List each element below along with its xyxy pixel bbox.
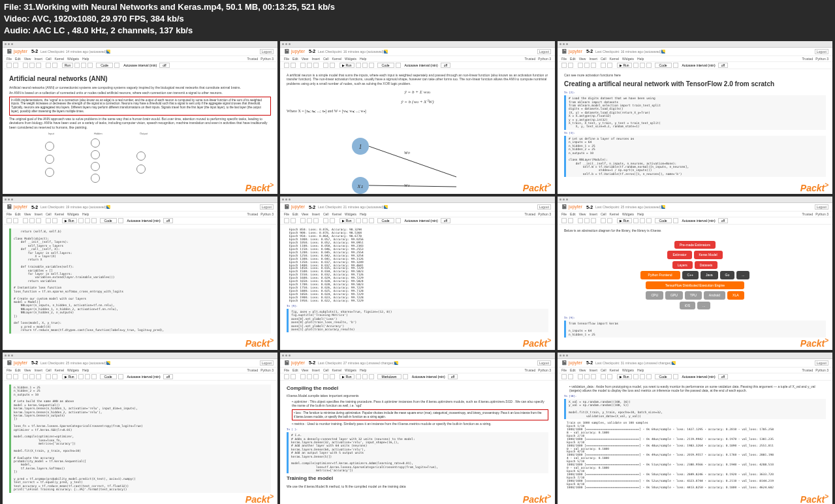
cell-type-select[interactable]: Code [100, 218, 117, 223]
menu-kernel[interactable]: Kernel [55, 212, 64, 216]
copy-button[interactable] [307, 63, 312, 68]
menu-view[interactable]: View [302, 57, 309, 61]
menu-edit[interactable]: Edit [15, 212, 21, 216]
menu-cell[interactable]: Cell [323, 212, 329, 216]
run-button[interactable]: Run [62, 63, 73, 68]
command-palette-button[interactable] [673, 218, 678, 223]
menu-view[interactable]: View [24, 57, 31, 61]
thumbnail-9[interactable]: 📓 jupyter 5-2 Last Checkpoint: 31 minute… [558, 353, 832, 504]
menu-view[interactable]: View [24, 212, 31, 216]
menu-insert[interactable]: Insert [589, 368, 597, 372]
logout-button[interactable]: Logout [537, 360, 551, 366]
save-button[interactable] [284, 63, 289, 68]
up-button[interactable] [323, 63, 328, 68]
cell-type-select[interactable]: Code [100, 374, 117, 379]
autosave-select[interactable]: off [163, 374, 173, 379]
thumbnail-8[interactable]: 📓 jupyter 5-2 Last Checkpoint: 27 minute… [280, 353, 555, 504]
notebook-title[interactable]: 5-2 [309, 360, 315, 365]
autosave-select[interactable]: off [159, 63, 169, 68]
restart-run-button[interactable] [646, 63, 652, 68]
logout-button[interactable]: Logout [260, 49, 274, 54]
save-button[interactable] [284, 374, 289, 379]
logout-button[interactable]: Logout [260, 360, 274, 366]
run-button[interactable]: ▶ Run [339, 218, 354, 223]
restart-button[interactable] [85, 374, 90, 379]
menu-edit[interactable]: Edit [292, 57, 298, 61]
notebook-title[interactable]: 5-2 [31, 49, 38, 54]
menu-view[interactable]: View [579, 57, 586, 61]
restart-button[interactable] [362, 218, 368, 223]
menu-edit[interactable]: Edit [570, 368, 576, 372]
add-cell-button[interactable] [13, 63, 18, 68]
logout-button[interactable]: Logout [537, 204, 551, 210]
menu-file[interactable]: File [7, 212, 12, 216]
autosave-select[interactable]: off [718, 218, 728, 223]
menu-kernel[interactable]: Kernel [610, 368, 619, 372]
cell-type-select[interactable]: Code [96, 63, 113, 68]
autosave-select[interactable]: off [441, 218, 450, 223]
restart-button[interactable] [640, 218, 645, 223]
menu-insert[interactable]: Insert [34, 368, 42, 372]
restart-run-button[interactable] [369, 63, 374, 68]
logout-button[interactable]: Logout [260, 204, 274, 210]
cut-button[interactable] [23, 63, 28, 68]
copy-button[interactable] [307, 374, 312, 379]
menu-kernel[interactable]: Kernel [610, 212, 619, 216]
stop-button[interactable] [633, 218, 638, 223]
stop-button[interactable] [356, 374, 361, 379]
menu-cell[interactable]: Cell [601, 57, 607, 61]
restart-button[interactable] [640, 63, 645, 68]
restart-button[interactable] [362, 63, 368, 68]
up-button[interactable] [601, 374, 606, 379]
menu-insert[interactable]: Insert [311, 368, 320, 372]
autosave-select[interactable]: off [448, 374, 458, 379]
notebook-title[interactable]: 5-2 [31, 205, 38, 210]
run-button[interactable]: ▶ Run [62, 218, 77, 223]
menu-help[interactable]: Help [637, 212, 644, 216]
menu-insert[interactable]: Insert [589, 57, 597, 61]
code-cell[interactable]: n_hidden_1 = 25 n_hidden_2 = 25 n_output… [9, 385, 271, 493]
run-button[interactable]: ▶ Run [617, 63, 632, 68]
menu-help[interactable]: Help [360, 57, 366, 61]
command-palette-button[interactable] [396, 218, 401, 223]
thumbnail-4[interactable]: 📓 jupyter 5-2 Last Checkpoint: 19 minute… [3, 197, 277, 350]
menu-cell[interactable]: Cell [323, 57, 329, 61]
notebook-title[interactable]: 5-2 [586, 360, 593, 365]
add-cell-button[interactable] [568, 218, 573, 223]
run-button[interactable]: ▶ Run [339, 63, 354, 68]
menu-help[interactable]: Help [82, 57, 89, 61]
restart-button[interactable] [640, 374, 645, 379]
menu-insert[interactable]: Insert [311, 57, 320, 61]
menu-file[interactable]: File [284, 57, 289, 61]
up-button[interactable] [601, 63, 606, 68]
menu-widgets[interactable]: Widgets [67, 368, 79, 372]
add-cell-button[interactable] [13, 218, 18, 223]
down-button[interactable] [330, 218, 335, 223]
command-palette-button[interactable] [118, 374, 123, 379]
code-cell[interactable]: # Let us define a layer of neurons as n_… [564, 136, 826, 177]
kernel-name[interactable]: Python 3 [538, 212, 551, 216]
cell-type-select[interactable]: Markdown [377, 374, 402, 379]
code-cell[interactable]: return (self.W, self.b) class Model(obje… [9, 228, 271, 333]
menu-edit[interactable]: Edit [15, 368, 21, 372]
menu-view[interactable]: View [24, 368, 31, 372]
command-palette-button[interactable] [673, 374, 678, 379]
notebook-title[interactable]: 5-2 [586, 49, 593, 54]
code-cell[interactable]: X_val = np.random.random((100, 16)) y_va… [564, 399, 826, 419]
menu-kernel[interactable]: Kernel [55, 57, 64, 61]
command-palette-button[interactable] [396, 63, 401, 68]
add-cell-button[interactable] [568, 374, 573, 379]
menu-help[interactable]: Help [360, 368, 366, 372]
menu-widgets[interactable]: Widgets [345, 57, 356, 61]
menu-cell[interactable]: Cell [46, 57, 52, 61]
kernel-name[interactable]: Python 3 [260, 368, 274, 372]
add-cell-button[interactable] [291, 218, 296, 223]
run-button[interactable]: ▶ Run [62, 374, 77, 379]
code-cell[interactable]: # Load the digits dataset that we have b… [564, 95, 826, 130]
restart-run-button[interactable] [91, 218, 97, 223]
menu-edit[interactable]: Edit [292, 212, 298, 216]
cell-type-select[interactable]: Code [377, 218, 394, 223]
save-button[interactable] [561, 218, 567, 223]
kernel-name[interactable]: Python 3 [815, 57, 828, 61]
thumbnail-3[interactable]: 📓 jupyter 5-2 Last Checkpoint: 16 minute… [558, 41, 832, 195]
